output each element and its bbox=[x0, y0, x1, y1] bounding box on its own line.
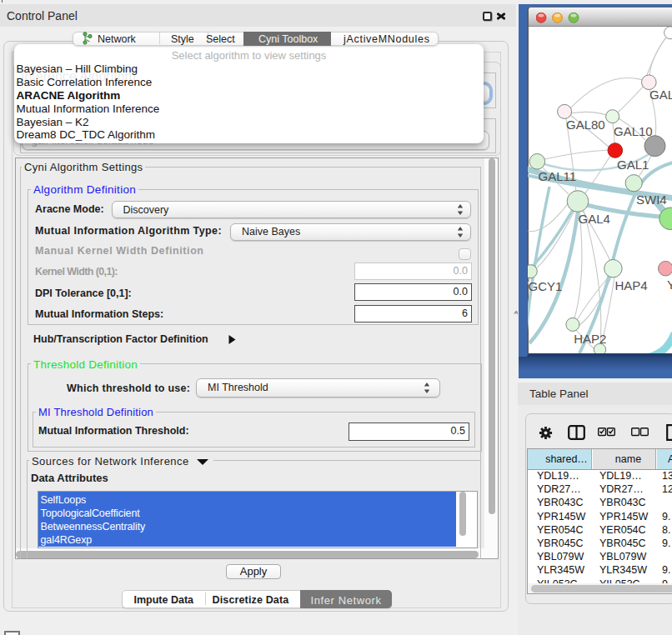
svg-text:GAL1: GAL1 bbox=[617, 158, 649, 172]
svg-text:Y: Y bbox=[667, 278, 672, 292]
svg-text:GCY1: GCY1 bbox=[529, 279, 563, 293]
svg-text:GAL4: GAL4 bbox=[579, 212, 610, 226]
svg-text:GAL7: GAL7 bbox=[649, 88, 672, 102]
svg-text:GAL80: GAL80 bbox=[566, 118, 605, 132]
svg-text:HAP4: HAP4 bbox=[615, 278, 648, 292]
svg-text:HAP2: HAP2 bbox=[574, 332, 606, 346]
svg-text:SWI4: SWI4 bbox=[636, 192, 667, 207]
svg-text:GAL10: GAL10 bbox=[614, 124, 653, 138]
svg-text:GAL11: GAL11 bbox=[539, 169, 577, 183]
